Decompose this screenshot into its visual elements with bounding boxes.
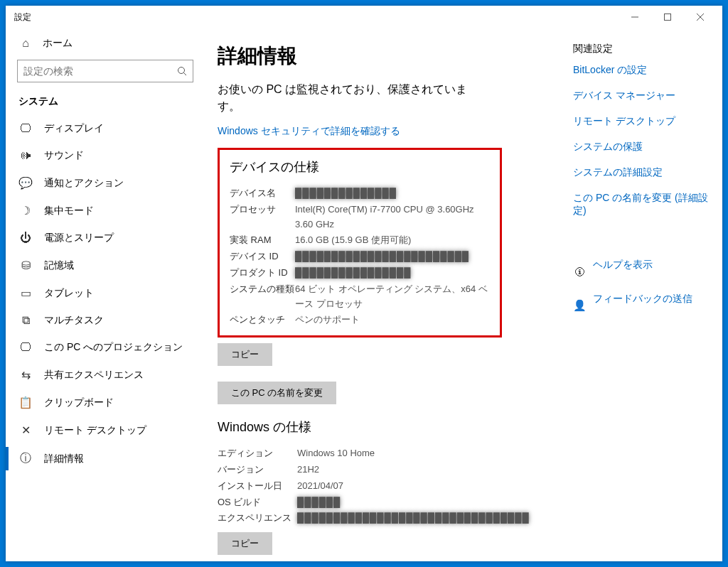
spec-row-install-date: インストール日 2021/04/07 bbox=[218, 478, 566, 495]
minimize-button[interactable] bbox=[619, 6, 651, 28]
feedback-icon: 👤 bbox=[573, 299, 586, 312]
spec-label: デバイス ID bbox=[230, 249, 295, 264]
nav-label: 詳細情報 bbox=[44, 453, 84, 465]
feedback-link[interactable]: 👤 フィードバックの送信 bbox=[573, 293, 708, 318]
spec-label: ペンとタッチ bbox=[230, 313, 295, 328]
spec-value: Intel(R) Core(TM) i7-7700 CPU @ 3.60GHz … bbox=[295, 202, 490, 232]
nav-label: 共有エクスペリエンス bbox=[44, 369, 144, 382]
nav-tablet[interactable]: ▭ タブレット bbox=[6, 279, 205, 307]
nav-storage[interactable]: ⛁ 記憶域 bbox=[6, 252, 205, 279]
nav-label: 集中モード bbox=[44, 205, 94, 217]
spec-label: デバイス名 bbox=[230, 186, 295, 201]
spec-row-device-name: デバイス名 ██████████████ bbox=[230, 185, 490, 202]
clipboard-icon: 📋 bbox=[18, 396, 33, 409]
related-title: 関連設定 bbox=[573, 43, 708, 55]
nav-power[interactable]: ⏻ 電源とスリープ bbox=[6, 225, 205, 252]
settings-window: 設定 ⌂ ホーム システム 🖵 ディス bbox=[6, 6, 722, 561]
maximize-button[interactable] bbox=[651, 6, 684, 28]
spec-label: バージョン bbox=[218, 463, 297, 477]
nav-sound[interactable]: 🕪 サウンド bbox=[6, 142, 205, 169]
sound-icon: 🕪 bbox=[18, 149, 33, 162]
home-nav[interactable]: ⌂ ホーム bbox=[6, 31, 205, 58]
related-column: 関連設定 BitLocker の設定 デバイス マネージャー リモート デスクト… bbox=[566, 43, 708, 561]
copy-windows-spec-button[interactable]: コピー bbox=[218, 532, 272, 555]
multitask-icon: ⧉ bbox=[18, 314, 33, 327]
spec-label: OS ビルド bbox=[218, 495, 297, 510]
spec-label: インストール日 bbox=[218, 479, 297, 494]
nav-label: 電源とスリープ bbox=[44, 232, 114, 244]
search-icon bbox=[177, 66, 187, 76]
spec-label: エクスペリエンス bbox=[218, 511, 297, 526]
spec-value: 21H2 bbox=[297, 463, 566, 477]
content: ⌂ ホーム システム 🖵 ディスプレイ 🕪 サウンド 💬 通知とアクション bbox=[6, 28, 722, 561]
related-bitlocker[interactable]: BitLocker の設定 bbox=[573, 64, 708, 77]
spec-value: ████████████████████████ bbox=[295, 249, 490, 264]
remote-icon: ✕ bbox=[18, 423, 33, 437]
share-icon: ⇆ bbox=[18, 368, 33, 382]
notification-icon: 💬 bbox=[18, 176, 33, 190]
nav-remote[interactable]: ✕ リモート デスクトップ bbox=[6, 416, 205, 444]
nav-display[interactable]: 🖵 ディスプレイ bbox=[6, 115, 205, 142]
nav-label: 通知とアクション bbox=[44, 177, 124, 190]
spec-row-version: バージョン 21H2 bbox=[218, 462, 566, 478]
rename-pc-button[interactable]: この PC の名前を変更 bbox=[218, 382, 336, 404]
nav-shared[interactable]: ⇆ 共有エクスペリエンス bbox=[6, 361, 205, 389]
svg-rect-0 bbox=[665, 14, 671, 21]
security-link[interactable]: Windows セキュリティで詳細を確認する bbox=[218, 125, 400, 138]
section-label: システム bbox=[6, 91, 205, 115]
minimize-icon bbox=[631, 14, 638, 21]
spec-row-ram: 実装 RAM 16.0 GB (15.9 GB 使用可能) bbox=[230, 232, 490, 249]
main: 詳細情報 お使いの PC は監視されており、保護されています。 Windows … bbox=[205, 28, 722, 561]
svg-point-1 bbox=[178, 68, 185, 74]
main-column: 詳細情報 お使いの PC は監視されており、保護されています。 Windows … bbox=[218, 43, 566, 561]
spec-label: プロセッサ bbox=[230, 202, 295, 232]
related-rename-advanced[interactable]: この PC の名前を変更 (詳細設定) bbox=[573, 192, 708, 217]
spec-row-product-id: プロダクト ID ████████████████ bbox=[230, 265, 490, 281]
nav-focus[interactable]: ☽ 集中モード bbox=[6, 197, 205, 225]
sidebar: ⌂ ホーム システム 🖵 ディスプレイ 🕪 サウンド 💬 通知とアクション bbox=[6, 28, 205, 561]
spec-value: ████████████████████████████████ bbox=[297, 511, 566, 526]
nav-label: サウンド bbox=[44, 149, 84, 162]
nav-projection[interactable]: 🖵 この PC へのプロジェクション bbox=[6, 334, 205, 361]
spec-label: 実装 RAM bbox=[230, 233, 295, 248]
search-input[interactable] bbox=[23, 65, 177, 77]
related-device-manager[interactable]: デバイス マネージャー bbox=[573, 90, 708, 102]
related-remote-desktop[interactable]: リモート デスクトップ bbox=[573, 115, 708, 128]
related-advanced-system[interactable]: システムの詳細設定 bbox=[573, 166, 708, 179]
related-system-protection[interactable]: システムの保護 bbox=[573, 141, 708, 153]
help-label: ヘルプを表示 bbox=[593, 259, 653, 271]
nav-label: 記憶域 bbox=[44, 259, 74, 272]
nav-clipboard[interactable]: 📋 クリップボード bbox=[6, 389, 205, 416]
nav-about[interactable]: ⓘ 詳細情報 bbox=[6, 444, 205, 473]
windows-spec: Windows の仕様 エディション Windows 10 Home バージョン… bbox=[218, 418, 566, 555]
nav-label: クリップボード bbox=[44, 396, 114, 409]
help-link[interactable]: 🛈 ヘルプを表示 bbox=[573, 259, 708, 284]
copy-device-spec-button[interactable]: コピー bbox=[218, 343, 272, 366]
protection-status: お使いの PC は監視されており、保護されています。 bbox=[218, 81, 481, 115]
spec-row-processor: プロセッサ Intel(R) Core(TM) i7-7700 CPU @ 3.… bbox=[230, 202, 490, 233]
display-icon: 🖵 bbox=[18, 122, 33, 135]
nav-label: タブレット bbox=[44, 287, 94, 300]
spec-row-device-id: デバイス ID ████████████████████████ bbox=[230, 249, 490, 265]
projection-icon: 🖵 bbox=[18, 341, 33, 354]
device-spec-box: デバイスの仕様 デバイス名 ██████████████ プロセッサ Intel… bbox=[218, 148, 502, 338]
spec-label: システムの種類 bbox=[230, 282, 295, 312]
focus-icon: ☽ bbox=[18, 204, 33, 217]
search-box[interactable] bbox=[17, 60, 193, 82]
spec-value: ████████████████ bbox=[295, 266, 490, 281]
window-title: 設定 bbox=[11, 11, 31, 23]
spec-value: 16.0 GB (15.9 GB 使用可能) bbox=[295, 233, 490, 248]
nav-multitask[interactable]: ⧉ マルチタスク bbox=[6, 307, 205, 334]
spec-value: Windows 10 Home bbox=[297, 446, 566, 461]
spec-value: ██████████████ bbox=[295, 186, 490, 201]
spec-value: ██████ bbox=[297, 495, 566, 510]
nav-notifications[interactable]: 💬 通知とアクション bbox=[6, 169, 205, 197]
spec-value: 2021/04/07 bbox=[297, 479, 566, 494]
storage-icon: ⛁ bbox=[18, 259, 33, 272]
device-spec-title: デバイスの仕様 bbox=[230, 158, 490, 176]
help-icon: 🛈 bbox=[573, 266, 586, 278]
nav-label: リモート デスクトップ bbox=[44, 424, 146, 437]
titlebar: 設定 bbox=[6, 6, 722, 28]
feedback-label: フィードバックの送信 bbox=[593, 293, 692, 306]
close-button[interactable] bbox=[684, 6, 717, 28]
